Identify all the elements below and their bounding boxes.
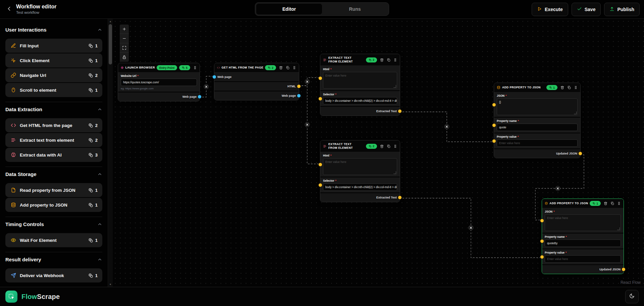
delete-node-button[interactable] bbox=[380, 58, 384, 62]
resize-handle[interactable] bbox=[393, 85, 396, 88]
zoom-in-button[interactable] bbox=[120, 25, 129, 34]
sidebar-item-wait-for-element[interactable]: Wait For Element1 bbox=[5, 233, 102, 247]
sidebar-item-extract-text-from-element[interactable]: Extract text from element2 bbox=[5, 133, 102, 147]
node-launch-browser[interactable]: LAUNCH BROWSEREntry Point5Website Url*ht… bbox=[118, 63, 200, 101]
duplicate-node-button[interactable] bbox=[387, 144, 390, 148]
output-handle-web-page[interactable] bbox=[297, 94, 301, 98]
drag-handle[interactable] bbox=[617, 202, 621, 205]
edge-delete-button-extract2-to-addprop2[interactable] bbox=[469, 225, 473, 230]
edge-delete-button-html-to-extract-1[interactable] bbox=[305, 79, 310, 84]
sidebar-item-extract-data-with-ai[interactable]: Extract data with AI3 bbox=[5, 148, 102, 162]
input-handle-html[interactable] bbox=[318, 76, 322, 80]
textarea-json[interactable]: {} bbox=[497, 98, 578, 115]
input-selector[interactable]: body > div.container > div:nth-child(2) … bbox=[323, 97, 397, 104]
input-handle-selector[interactable] bbox=[318, 97, 322, 101]
lock-button[interactable] bbox=[120, 53, 129, 62]
output-handle-updated-json[interactable] bbox=[578, 151, 582, 156]
publish-button[interactable]: Publish bbox=[604, 3, 640, 16]
delete-node-button[interactable] bbox=[604, 202, 607, 205]
output-handle-updated-json[interactable] bbox=[622, 267, 626, 271]
sidebar-item-deliver-via-webhook[interactable]: Deliver via Webhook1 bbox=[5, 268, 102, 282]
sidebar-item-add-property-to-json[interactable]: Add property to JSON1 bbox=[5, 198, 102, 212]
sidebar-item-get-html-from-page[interactable]: Get HTML from the page2 bbox=[5, 118, 102, 132]
input-property-value[interactable]: Enter value here bbox=[497, 139, 578, 147]
drag-handle[interactable] bbox=[574, 86, 578, 89]
node-extract-text-from-element-1[interactable]: EXTRACT TEXT FROM ELEMENT2Html*Enter val… bbox=[320, 54, 400, 116]
sidebar-scrollbar[interactable]: ▲ ▼ bbox=[108, 19, 113, 287]
edge-delete-button-html-to-extract-2[interactable] bbox=[305, 122, 310, 127]
node-header[interactable]: GET HTML FROM THE PAGE2 bbox=[214, 63, 299, 73]
resize-handle[interactable] bbox=[574, 112, 577, 114]
output-handle-extracted-text[interactable] bbox=[398, 109, 402, 113]
scroll-down-arrow[interactable]: ▼ bbox=[108, 282, 113, 287]
node-header[interactable]: ADD PROPERTY TO JSON1 bbox=[542, 199, 624, 208]
edge-delete-button-extract1-to-addprop1[interactable] bbox=[444, 124, 449, 129]
theme-toggle-button[interactable] bbox=[625, 290, 639, 303]
sidebar-item-fill-input[interactable]: Fill Input1 bbox=[5, 39, 102, 53]
section-header-data-extraction[interactable]: Data Extraction bbox=[5, 106, 102, 112]
output-handle-extracted-text[interactable] bbox=[398, 195, 402, 200]
sidebar-item-read-property-from-json[interactable]: Read property from JSON1 bbox=[5, 183, 102, 197]
node-add-property-to-json-1[interactable]: ADD PROPERTY TO JSON1JSON*{}Property nam… bbox=[494, 83, 581, 158]
input-handle-property-value[interactable] bbox=[540, 255, 544, 259]
edge-delete-button-launch-to-gethtml[interactable] bbox=[204, 84, 209, 89]
input-property-name[interactable]: quote bbox=[497, 124, 578, 131]
edge-delete-button-addprop1-to-addprop2[interactable] bbox=[555, 186, 560, 191]
node-header[interactable]: ADD PROPERTY TO JSON1 bbox=[494, 83, 580, 92]
back-button[interactable] bbox=[5, 5, 13, 14]
delete-node-button[interactable] bbox=[279, 66, 283, 70]
section-header-data-storage[interactable]: Data Storage bbox=[5, 171, 102, 177]
input-property-value[interactable]: Enter value here bbox=[545, 255, 621, 263]
node-extract-text-from-element-2[interactable]: EXTRACT TEXT FROM ELEMENT2Html*Enter val… bbox=[320, 140, 400, 202]
textarea-html[interactable]: Enter value here bbox=[323, 158, 397, 175]
node-header[interactable]: EXTRACT TEXT FROM ELEMENT2 bbox=[320, 140, 400, 152]
output-handle-html[interactable] bbox=[297, 84, 301, 88]
editor-runs-tabs: Editor Runs bbox=[255, 2, 389, 16]
duplicate-node-button[interactable] bbox=[610, 202, 614, 205]
section-header-result-delivery[interactable]: Result delivery bbox=[5, 257, 102, 262]
save-button[interactable]: Save bbox=[572, 3, 601, 16]
drag-handle[interactable] bbox=[393, 144, 397, 148]
duplicate-node-button[interactable] bbox=[567, 86, 571, 89]
section-header-timing-controls[interactable]: Timing Controls bbox=[5, 221, 102, 227]
input-handle-web-page[interactable] bbox=[212, 75, 216, 79]
node-header[interactable]: LAUNCH BROWSEREntry Point5 bbox=[118, 63, 200, 73]
section-header-user-interactions[interactable]: User Interactions bbox=[5, 27, 102, 33]
delete-node-button[interactable] bbox=[380, 144, 384, 148]
sidebar-item-scroll-to-element[interactable]: Scroll to element1 bbox=[5, 83, 102, 97]
tab-runs[interactable]: Runs bbox=[322, 4, 388, 14]
drag-handle[interactable] bbox=[292, 66, 296, 70]
input-handle-property-value[interactable] bbox=[492, 139, 496, 143]
input-handle-selector[interactable] bbox=[318, 183, 322, 187]
delete-node-button[interactable] bbox=[560, 86, 564, 89]
input-handle-json[interactable] bbox=[540, 219, 544, 223]
fit-view-button[interactable] bbox=[120, 43, 129, 53]
scrollbar-thumb[interactable] bbox=[109, 24, 112, 64]
input-handle-property-name[interactable] bbox=[540, 239, 544, 243]
input-handle-property-name[interactable] bbox=[492, 123, 496, 127]
output-handle-web-page[interactable] bbox=[198, 95, 202, 99]
duplicate-node-button[interactable] bbox=[286, 66, 289, 70]
input-selector[interactable]: body > div.container > div:nth-child(2) … bbox=[323, 183, 397, 191]
textarea-json[interactable]: Enter value here bbox=[545, 214, 621, 231]
drag-handle[interactable] bbox=[193, 66, 197, 70]
input-website-url[interactable]: https://quotes.toscrape.com/ bbox=[121, 79, 197, 86]
flow-canvas[interactable]: LAUNCH BROWSEREntry Point5Website Url*ht… bbox=[113, 19, 644, 287]
input-handle-json[interactable] bbox=[492, 103, 496, 107]
input-handle-html[interactable] bbox=[318, 163, 322, 167]
tab-editor[interactable]: Editor bbox=[256, 4, 322, 14]
node-header[interactable]: EXTRACT TEXT FROM ELEMENT2 bbox=[320, 54, 400, 66]
resize-handle[interactable] bbox=[617, 227, 620, 230]
input-property-name[interactable]: quoteBy bbox=[545, 239, 621, 247]
drag-handle[interactable] bbox=[393, 58, 397, 62]
duplicate-node-button[interactable] bbox=[387, 58, 390, 62]
scroll-up-arrow[interactable]: ▲ bbox=[108, 19, 113, 24]
execute-button[interactable]: Execute bbox=[532, 3, 568, 16]
resize-handle[interactable] bbox=[393, 171, 396, 174]
node-add-property-to-json-2[interactable]: ADD PROPERTY TO JSON1JSON*Enter value he… bbox=[542, 199, 624, 274]
sidebar-item-navigate-url[interactable]: Navigate Url2 bbox=[5, 68, 102, 82]
textarea-html[interactable]: Enter value here bbox=[323, 72, 397, 89]
node-get-html-from-the-page[interactable]: GET HTML FROM THE PAGE2Web pageHTMLWeb p… bbox=[214, 63, 299, 100]
zoom-out-button[interactable] bbox=[120, 34, 129, 43]
sidebar-item-click-element[interactable]: Click Element1 bbox=[5, 53, 102, 68]
